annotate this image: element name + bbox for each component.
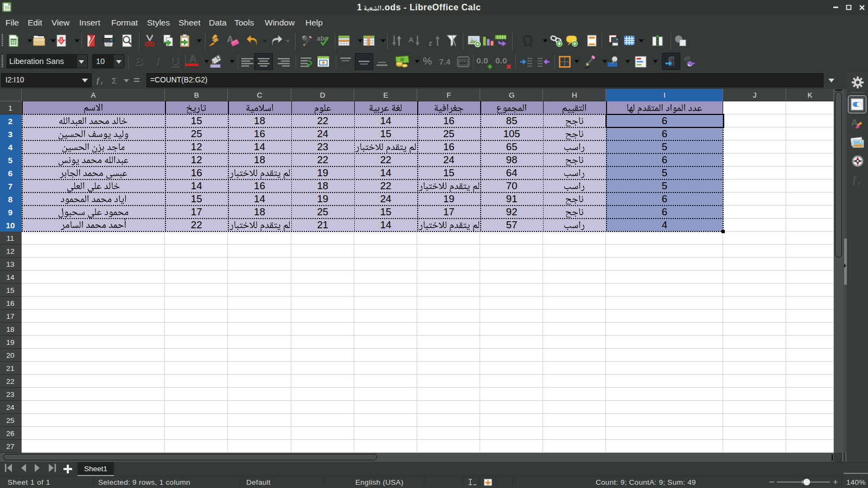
svg-text:f: f (97, 76, 100, 85)
svg-text:0.0: 0.0 (495, 56, 507, 65)
svg-text:0.0: 0.0 (476, 56, 488, 65)
svg-text:Σ: Σ (112, 76, 117, 85)
svg-text:x: x (100, 80, 103, 86)
svg-text:z: z (429, 39, 432, 47)
svg-text:A: A (409, 36, 414, 44)
svg-text:f: f (853, 175, 857, 185)
svg-text:x: x (857, 179, 860, 186)
